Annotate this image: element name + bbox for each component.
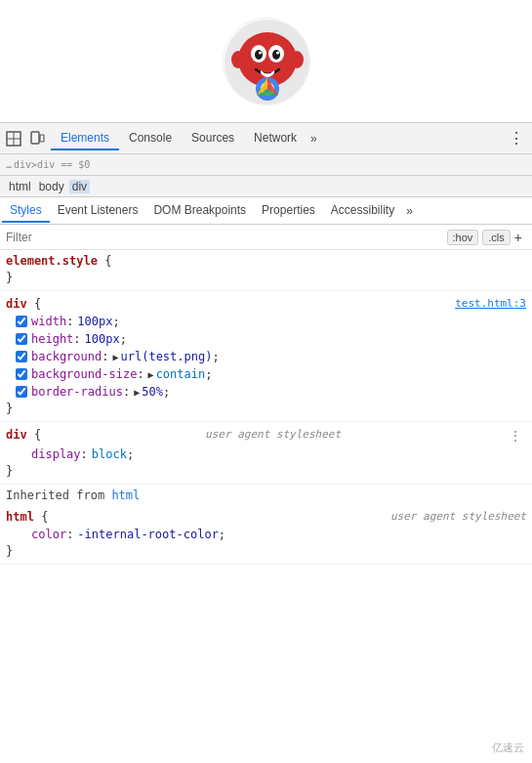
- html-ua-source: user agent stylesheet: [390, 510, 526, 523]
- devtools-main-toolbar: Elements Console Sources Network » ⋮: [0, 123, 532, 154]
- element-breadcrumb: html body div: [0, 176, 532, 197]
- more-subtabs-button[interactable]: »: [402, 200, 417, 222]
- div-rule: div { test.html:3 width : 100px ; height…: [0, 291, 532, 422]
- html-ua-rule-close: }: [0, 543, 532, 562]
- prop-width-name: width: [31, 315, 66, 328]
- prop-color: color : -internal-root-color ;: [0, 526, 532, 543]
- prop-border-radius: border-radius : ▶ 50% ;: [0, 383, 532, 401]
- div-selector-group: div {: [6, 297, 41, 311]
- breadcrumb-div[interactable]: div: [69, 180, 90, 193]
- breadcrumb-body[interactable]: body: [36, 180, 67, 193]
- element-style-rule: element.style { }: [0, 250, 532, 291]
- more-tabs-button[interactable]: »: [307, 128, 321, 149]
- svg-point-8: [231, 51, 245, 68]
- prop-display-value[interactable]: block: [92, 447, 127, 461]
- prop-border-radius-checkbox[interactable]: [16, 386, 27, 398]
- div-ua-source: user agent stylesheet: [205, 428, 341, 441]
- prop-width-checkbox[interactable]: [16, 316, 27, 327]
- device-toolbar-icon[interactable]: [27, 129, 47, 148]
- background-url-link[interactable]: test.png: [148, 350, 205, 363]
- subtab-styles[interactable]: Styles: [2, 199, 50, 223]
- add-style-rule-button[interactable]: +: [511, 230, 526, 245]
- prop-height-name: height: [31, 332, 73, 346]
- mascot-logo: [223, 18, 310, 106]
- css-filter-bar: :hov .cls +: [0, 225, 532, 250]
- prop-border-radius-value[interactable]: 50%: [142, 385, 163, 399]
- background-size-expand-arrow[interactable]: ▶: [148, 369, 154, 380]
- prop-background-size-name: background-size: [31, 367, 137, 381]
- styles-panel: element.style { } div { test.html:3 widt…: [0, 250, 532, 612]
- tab-elements[interactable]: Elements: [51, 127, 119, 150]
- subtab-properties[interactable]: Properties: [254, 199, 323, 223]
- devtools-panel: Elements Console Sources Network » ⋮ … d…: [0, 122, 532, 612]
- div-ua-rule-menu[interactable]: ⋮: [505, 428, 526, 444]
- svg-point-9: [290, 51, 304, 68]
- prop-background-name: background: [31, 350, 102, 363]
- breadcrumb-separator: div≻div == $0: [14, 159, 90, 170]
- css-filter-input[interactable]: [6, 231, 447, 244]
- prop-border-radius-name: border-radius: [31, 385, 123, 399]
- prop-height-value[interactable]: 100px: [85, 332, 120, 346]
- div-ua-rule: div { user agent stylesheet ⋮ display : …: [0, 422, 532, 485]
- prop-display: display : block ;: [0, 445, 532, 463]
- devtools-menu-button[interactable]: ⋮: [505, 129, 528, 148]
- div-ua-selector-group: div {: [6, 428, 41, 442]
- prop-width: width : 100px ;: [0, 313, 532, 330]
- prop-width-value[interactable]: 100px: [77, 315, 112, 328]
- prop-display-name: display: [31, 447, 81, 461]
- prop-background: background : ▶ url(test.png) ;: [0, 348, 532, 365]
- filter-buttons-group: :hov .cls: [447, 230, 511, 245]
- prop-background-checkbox[interactable]: [16, 351, 27, 362]
- element-style-header: element.style {: [0, 252, 532, 270]
- html-ua-selector-group: html {: [6, 510, 48, 524]
- svg-rect-17: [40, 135, 44, 142]
- tab-network[interactable]: Network: [244, 127, 307, 150]
- inherited-from-tag: html: [111, 488, 140, 502]
- breadcrumb-html[interactable]: html: [6, 180, 34, 193]
- html-ua-rule-header: html { user agent stylesheet: [0, 508, 532, 526]
- inherited-section: Inherited from html: [0, 485, 532, 504]
- tab-console[interactable]: Console: [119, 127, 182, 150]
- svg-point-4: [255, 50, 263, 60]
- div-rule-header: div { test.html:3: [0, 295, 532, 313]
- cls-filter-button[interactable]: .cls: [482, 230, 511, 245]
- border-radius-expand-arrow[interactable]: ▶: [134, 387, 140, 398]
- subtab-accessibility[interactable]: Accessibility: [323, 199, 402, 223]
- watermark: 亿速云: [492, 741, 524, 755]
- element-style-close: }: [0, 270, 532, 288]
- inspect-element-icon[interactable]: [4, 129, 23, 148]
- div-rule-close: }: [0, 401, 532, 419]
- tab-sources[interactable]: Sources: [182, 127, 244, 150]
- subtab-dom-breakpoints[interactable]: DOM Breakpoints: [145, 199, 254, 223]
- styles-subtoolbar: Styles Event Listeners DOM Breakpoints P…: [0, 197, 532, 225]
- breadcrumb-bar: … div≻div == $0: [0, 154, 532, 176]
- prop-background-size-checkbox[interactable]: [16, 368, 27, 380]
- subtab-event-listeners[interactable]: Event Listeners: [50, 199, 146, 223]
- browser-viewport: [0, 0, 532, 122]
- breadcrumb-ellipsis: …: [6, 159, 12, 170]
- prop-background-size: background-size : ▶ contain ;: [0, 365, 532, 383]
- hov-filter-button[interactable]: :hov: [447, 230, 479, 245]
- prop-color-name: color: [31, 528, 66, 541]
- div-ua-rule-header: div { user agent stylesheet ⋮: [0, 426, 532, 445]
- element-style-selector: element.style {: [6, 254, 111, 268]
- svg-point-7: [276, 51, 279, 54]
- bottom-empty-area: [0, 612, 532, 763]
- prop-height-checkbox[interactable]: [16, 333, 27, 345]
- prop-background-value: url(test.png): [121, 350, 213, 363]
- prop-height: height : 100px ;: [0, 330, 532, 348]
- svg-point-5: [272, 50, 280, 60]
- prop-color-value[interactable]: -internal-root-color: [77, 528, 219, 541]
- svg-point-6: [259, 51, 262, 54]
- div-rule-source[interactable]: test.html:3: [455, 297, 526, 310]
- svg-rect-16: [31, 132, 39, 144]
- background-expand-arrow[interactable]: ▶: [112, 352, 118, 362]
- prop-background-size-value[interactable]: contain: [156, 367, 206, 381]
- div-ua-rule-close: }: [0, 463, 532, 482]
- html-ua-rule: html { user agent stylesheet color : -in…: [0, 504, 532, 565]
